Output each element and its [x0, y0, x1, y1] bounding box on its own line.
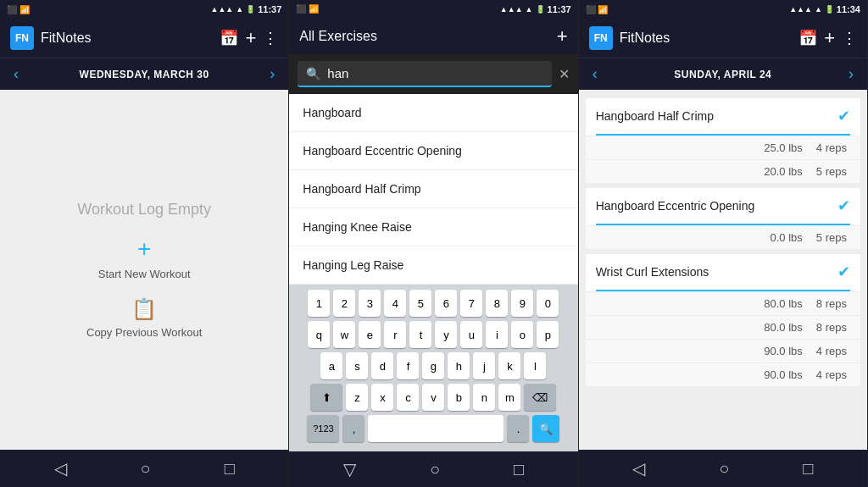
search-wrapper[interactable]: 🔍 han — [298, 61, 551, 87]
key-comma[interactable]: , — [342, 415, 364, 442]
exercise-name-1[interactable]: Hangboard Eccentric Opening — [596, 199, 755, 213]
status-bar-3: ⬛ 📶 ▲▲▲ ▲ 🔋 11:34 — [579, 0, 867, 19]
key-s[interactable]: s — [346, 352, 368, 379]
key-w[interactable]: w — [333, 321, 355, 348]
home-icon-2[interactable]: ○ — [430, 460, 440, 479]
status-bar-2: ⬛ 📶 ▲▲▲ ▲ 🔋 11:37 — [289, 0, 577, 18]
next-arrow-1[interactable]: › — [270, 65, 275, 83]
status-right-3: ▲▲▲ ▲ 🔋 11:34 — [789, 4, 860, 14]
key-i[interactable]: i — [486, 321, 508, 348]
key-h[interactable]: h — [448, 352, 470, 379]
reps-2-2: 4 reps — [816, 345, 847, 357]
app-bar-1: FN FitNotes 📅 + ⋮ — [0, 19, 288, 58]
exercise-item-4[interactable]: Hanging Leg Raise — [289, 246, 577, 285]
key-4[interactable]: 4 — [384, 290, 406, 317]
time-2: 11:37 — [548, 4, 571, 14]
exercise-header-1: Hangboard Eccentric Opening ✔ — [586, 188, 860, 224]
signal-icon-2: ▲▲▲ — [500, 5, 523, 14]
key-p[interactable]: p — [537, 321, 559, 348]
search-value[interactable]: han — [327, 66, 542, 80]
key-c[interactable]: c — [397, 384, 419, 411]
copy-workout-button[interactable]: 📋 Copy Previous Workout — [86, 297, 202, 339]
calendar-icon-3[interactable]: 📅 — [798, 29, 817, 47]
key-e[interactable]: e — [359, 321, 381, 348]
key-0[interactable]: 0 — [537, 290, 559, 317]
key-q[interactable]: q — [308, 321, 330, 348]
wifi-icon-2: ▲ — [526, 5, 533, 14]
exercise-header-2: Wrist Curl Extensions ✔ — [586, 254, 860, 290]
key-9[interactable]: 9 — [511, 290, 533, 317]
key-d[interactable]: d — [371, 352, 393, 379]
key-b[interactable]: b — [448, 384, 470, 411]
menu-icon-3[interactable]: ⋮ — [842, 29, 857, 47]
status-left-1: ⬛ 📶 — [7, 5, 30, 14]
home-icon-3[interactable]: ○ — [719, 459, 729, 479]
key-v[interactable]: v — [422, 384, 444, 411]
check-icon-2: ✔ — [837, 263, 850, 281]
exercise-item-1[interactable]: Hangboard Eccentric Opening — [289, 132, 577, 170]
app-title-1: FitNotes — [41, 30, 213, 46]
key-t[interactable]: t — [409, 321, 431, 348]
calendar-icon-1[interactable]: 📅 — [220, 29, 238, 47]
home-icon-1[interactable]: ○ — [141, 459, 151, 479]
key-z[interactable]: z — [346, 384, 368, 411]
key-o[interactable]: o — [511, 321, 533, 348]
key-j[interactable]: j — [473, 352, 495, 379]
back-icon-3[interactable]: ◁ — [632, 458, 645, 479]
prev-arrow-3[interactable]: ‹ — [593, 65, 598, 83]
key-f[interactable]: f — [397, 352, 419, 379]
exercise-name-2[interactable]: Wrist Curl Extensions — [596, 265, 709, 279]
exercise-item-2[interactable]: Hangboard Half Crimp — [289, 170, 577, 208]
app-bar-3: FN FitNotes 📅 + ⋮ — [579, 19, 867, 58]
key-u[interactable]: u — [460, 321, 482, 348]
search-bar: 🔍 han ✕ — [289, 54, 577, 94]
weight-2-1: 80.0 lbs — [764, 321, 803, 334]
set-row-0-1: 20.0 lbs 5 reps — [586, 159, 860, 183]
key-space[interactable] — [368, 415, 504, 442]
key-5[interactable]: 5 — [409, 290, 431, 317]
prev-arrow-1[interactable]: ‹ — [14, 65, 19, 83]
start-workout-button[interactable]: + Start New Workout — [98, 235, 191, 280]
key-k[interactable]: k — [498, 352, 520, 379]
back-icon-2[interactable]: ▽ — [343, 459, 356, 479]
battery-icon-1: 🔋 — [246, 5, 255, 14]
add-icon-1[interactable]: + — [245, 27, 256, 49]
exercise-name-0[interactable]: Hangboard Half Crimp — [596, 109, 714, 123]
exercise-item-3[interactable]: Hanging Knee Raise — [289, 208, 577, 246]
key-period[interactable]: . — [507, 415, 529, 442]
key-a[interactable]: a — [320, 352, 342, 379]
key-shift[interactable]: ⬆ — [310, 384, 342, 411]
key-l[interactable]: l — [524, 352, 546, 379]
recents-icon-1[interactable]: □ — [225, 459, 235, 479]
status-right-2: ▲▲▲ ▲ 🔋 11:37 — [500, 4, 571, 14]
key-g[interactable]: g — [422, 352, 444, 379]
key-y[interactable]: y — [435, 321, 457, 348]
menu-icon-1[interactable]: ⋮ — [263, 29, 278, 47]
add-icon-3[interactable]: + — [824, 27, 835, 49]
exercise-item-0[interactable]: Hangboard — [289, 94, 577, 132]
key-3[interactable]: 3 — [359, 290, 381, 317]
add-icon-2[interactable]: + — [557, 25, 568, 47]
key-symbols[interactable]: ?123 — [307, 415, 339, 442]
next-arrow-3[interactable]: › — [849, 65, 854, 83]
key-search[interactable]: 🔍 — [532, 415, 559, 442]
weight-0-1: 20.0 lbs — [764, 165, 803, 178]
key-1[interactable]: 1 — [308, 290, 330, 317]
recents-icon-3[interactable]: □ — [803, 459, 813, 479]
key-6[interactable]: 6 — [435, 290, 457, 317]
key-8[interactable]: 8 — [486, 290, 508, 317]
key-r[interactable]: r — [384, 321, 406, 348]
recents-icon-2[interactable]: □ — [514, 460, 524, 479]
back-icon-1[interactable]: ◁ — [54, 458, 67, 479]
key-7[interactable]: 7 — [460, 290, 482, 317]
bottom-nav-2: ▽ ○ □ — [289, 451, 577, 487]
app-logo-1: FN — [10, 26, 34, 50]
key-backspace[interactable]: ⌫ — [524, 384, 556, 411]
reps-2-3: 4 reps — [816, 368, 847, 381]
key-x[interactable]: x — [371, 384, 393, 411]
key-n[interactable]: n — [473, 384, 495, 411]
exercise-list: Hangboard Hangboard Eccentric Opening Ha… — [289, 94, 577, 285]
key-2[interactable]: 2 — [333, 290, 355, 317]
key-m[interactable]: m — [498, 384, 520, 411]
search-clear-icon[interactable]: ✕ — [559, 66, 570, 82]
